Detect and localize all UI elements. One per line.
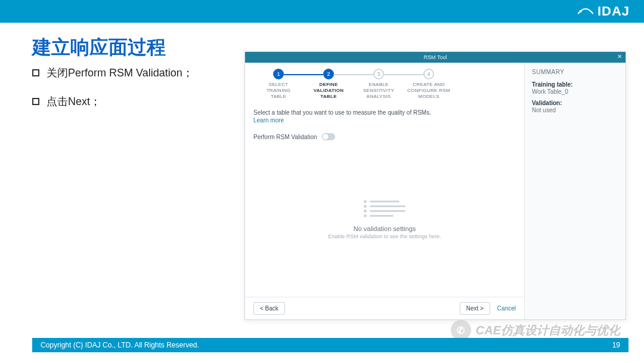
step-label: CREATE AND CONFIGURE RSM MODELS bbox=[404, 82, 454, 100]
wechat-icon: ✆ bbox=[451, 320, 471, 340]
wizard-button-bar: < Back Next > Cancel bbox=[245, 297, 524, 319]
wizard-main: 1 SELECT TRAINING TABLE 2 DEFINE VALIDAT… bbox=[245, 63, 524, 319]
step-number-icon: 4 bbox=[423, 69, 434, 79]
wizard-stepper: 1 SELECT TRAINING TABLE 2 DEFINE VALIDAT… bbox=[253, 69, 516, 100]
step-label: SELECT TRAINING TABLE bbox=[253, 82, 304, 100]
summary-training-label: Training table: bbox=[532, 81, 618, 88]
cancel-link[interactable]: Cancel bbox=[497, 305, 516, 312]
next-button[interactable]: Next > bbox=[460, 302, 490, 315]
empty-title: No validation settings bbox=[354, 225, 416, 232]
rsm-validation-toggle[interactable] bbox=[322, 133, 335, 140]
step-2[interactable]: 2 DEFINE VALIDATION TABLE bbox=[304, 69, 354, 100]
square-bullet-icon bbox=[32, 98, 39, 105]
square-bullet-icon bbox=[32, 69, 39, 76]
step-3[interactable]: 3 ENABLE SENSITIVITY ANALYSIS bbox=[354, 69, 404, 100]
step-number-icon: 2 bbox=[323, 69, 334, 79]
step-label: DEFINE VALIDATION TABLE bbox=[304, 82, 354, 100]
page-number: 19 bbox=[612, 341, 620, 349]
summary-heading: SUMMARY bbox=[532, 69, 618, 75]
logo-swoosh-icon bbox=[577, 5, 594, 17]
step-1[interactable]: 1 SELECT TRAINING TABLE bbox=[253, 69, 304, 100]
learn-more-link[interactable]: Learn more bbox=[253, 117, 516, 124]
brand-bar: IDAJ bbox=[0, 0, 644, 23]
empty-subtitle: Enable RSM validation to see the setting… bbox=[328, 233, 441, 239]
empty-lines-icon bbox=[364, 198, 405, 219]
empty-state: No validation settings Enable RSM valida… bbox=[253, 140, 516, 297]
copyright-text: Copyright (C) IDAJ Co., LTD. All Rights … bbox=[41, 341, 199, 349]
slide-title: 建立响应面过程 bbox=[32, 35, 166, 61]
summary-training-value: Work Table_0 bbox=[532, 88, 618, 95]
summary-validation-value: Not used bbox=[532, 107, 618, 113]
toggle-knob-icon bbox=[323, 134, 329, 140]
step-label: ENABLE SENSITIVITY ANALYSIS bbox=[354, 82, 404, 100]
instruction-text: Select a table that you want to use to m… bbox=[253, 109, 516, 116]
summary-validation-label: Validation: bbox=[532, 100, 618, 106]
step-number-icon: 3 bbox=[373, 69, 384, 79]
brand-logo: IDAJ bbox=[577, 4, 630, 19]
rsm-tool-window: RSM Tool ✕ 1 SELECT TRAINING TABLE 2 DEF… bbox=[244, 51, 626, 320]
step-number-icon: 1 bbox=[273, 69, 284, 79]
window-titlebar: RSM Tool ✕ bbox=[245, 52, 626, 63]
footer-bar: Copyright (C) IDAJ Co., LTD. All Rights … bbox=[32, 338, 628, 352]
bullet-list: 关闭Perform RSM Validation； 点击Next； bbox=[32, 66, 193, 123]
watermark-text: CAE仿真设计自动化与优化 bbox=[476, 322, 620, 339]
step-4[interactable]: 4 CREATE AND CONFIGURE RSM MODELS bbox=[404, 69, 454, 100]
window-title: RSM Tool bbox=[424, 54, 447, 60]
bullet-item: 点击Next； bbox=[32, 94, 193, 109]
brand-text: IDAJ bbox=[597, 4, 630, 19]
toggle-label: Perform RSM Validation bbox=[253, 134, 317, 140]
svg-point-0 bbox=[579, 10, 581, 13]
bullet-item: 关闭Perform RSM Validation； bbox=[32, 66, 193, 80]
watermark: ✆ CAE仿真设计自动化与优化 bbox=[451, 320, 620, 340]
summary-panel: SUMMARY Training table: Work Table_0 Val… bbox=[524, 63, 626, 319]
close-icon[interactable]: ✕ bbox=[617, 53, 622, 60]
back-button[interactable]: < Back bbox=[253, 302, 285, 315]
